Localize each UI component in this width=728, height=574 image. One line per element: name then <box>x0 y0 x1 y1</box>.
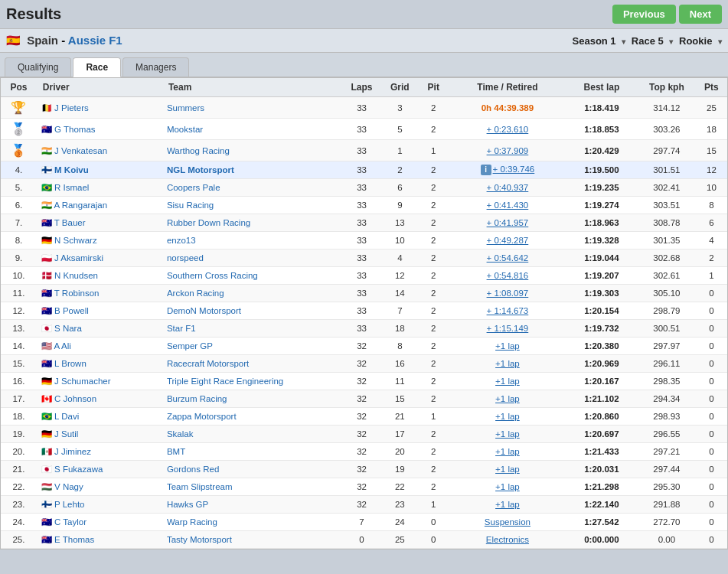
pit-cell: 2 <box>418 320 449 338</box>
team-name[interactable]: NGL Motorsport <box>167 165 234 174</box>
next-button[interactable]: Next <box>679 5 722 24</box>
driver-name[interactable]: 🇵🇱 J Aksamirski <box>41 253 103 263</box>
race-time[interactable]: +1 lap <box>495 465 520 474</box>
pts-cell: 0 <box>696 461 727 478</box>
grid-cell: 9 <box>382 197 418 214</box>
driver-name[interactable]: 🇲🇽 J Jiminez <box>41 447 91 456</box>
race-time[interactable]: +1 lap <box>495 447 520 456</box>
pit-cell: 2 <box>418 97 449 119</box>
team-name[interactable]: Sisu Racing <box>167 201 214 210</box>
driver-name[interactable]: 🇮🇳 A Rangarajan <box>41 201 107 210</box>
driver-name[interactable]: 🇦🇺 T Bauer <box>41 218 86 227</box>
pos-cell: 23. <box>1 496 37 514</box>
race-time[interactable]: +1 lap <box>495 429 520 439</box>
driver-name[interactable]: 🇦🇺 B Powell <box>41 306 89 315</box>
race-time[interactable]: + 0:41.430 <box>487 201 529 210</box>
team-name[interactable]: Burzum Racing <box>167 394 227 403</box>
driver-name[interactable]: 🇩🇪 N Schwarz <box>41 236 97 245</box>
race-time[interactable]: Electronics <box>486 535 529 544</box>
team-cell: Southern Cross Racing <box>162 267 341 285</box>
race-time[interactable]: + 0:23.610 <box>487 125 529 134</box>
team-name[interactable]: Team Slipstream <box>167 482 233 491</box>
driver-name[interactable]: 🇭🇺 V Nagy <box>41 482 83 491</box>
driver-name[interactable]: 🇧🇷 L Davi <box>41 412 79 421</box>
driver-name[interactable]: 🇫🇮 M Koivu <box>41 165 89 174</box>
team-name[interactable]: Skalak <box>167 429 194 439</box>
team-name[interactable]: Warp Racing <box>167 517 217 527</box>
team-name[interactable]: Racecraft Motorsport <box>167 359 249 368</box>
driver-name[interactable]: 🇧🇪 J Pieters <box>41 103 89 113</box>
race-time[interactable]: + 0:54.642 <box>487 253 529 263</box>
previous-button[interactable]: Previous <box>612 5 676 24</box>
team-name[interactable]: Southern Cross Racing <box>167 271 258 280</box>
team-name[interactable]: Triple Eight Race Engineering <box>167 377 283 386</box>
pit-cell: 1 <box>418 140 449 161</box>
driver-name[interactable]: 🇦🇺 E Thomas <box>41 535 94 544</box>
team-name[interactable]: Coopers Pale <box>167 183 220 192</box>
team-name[interactable]: Arckon Racing <box>167 289 224 298</box>
race-time[interactable]: + 1:14.673 <box>487 306 529 315</box>
team-name[interactable]: Mookstar <box>167 125 203 134</box>
team-name[interactable]: Star F1 <box>167 324 196 333</box>
team-name[interactable]: Hawks GP <box>167 500 208 509</box>
race-time[interactable]: + 0:40.937 <box>487 183 529 192</box>
race-time[interactable]: +1 lap <box>495 377 520 386</box>
race-time[interactable]: Suspension <box>485 517 530 527</box>
race-time[interactable]: + 1:15.149 <box>487 324 529 333</box>
driver-name[interactable]: 🇧🇷 R Ismael <box>41 183 90 192</box>
driver-name[interactable]: 🇦🇺 C Taylor <box>41 517 87 527</box>
pit-cell: 2 <box>418 285 449 302</box>
best-lap-cell: 1:19.044 <box>566 249 638 267</box>
race-time[interactable]: + 1:08.097 <box>487 289 529 298</box>
team-name[interactable]: Gordons Red <box>167 465 219 474</box>
team-name[interactable]: Rubber Down Racing <box>167 218 250 227</box>
table-row: 🏆 🇧🇪 J Pieters Summers 33 3 2 0h 44:39.3… <box>1 97 727 119</box>
driver-name[interactable]: 🇩🇪 J Sutil <box>41 429 79 439</box>
team-name[interactable]: Zappa Motorsport <box>167 412 237 421</box>
driver-name[interactable]: 🇫🇮 P Lehto <box>41 500 85 509</box>
race-time[interactable]: + 0:41.957 <box>487 218 529 227</box>
driver-name[interactable]: 🇦🇺 T Robinson <box>41 289 100 298</box>
race-time[interactable]: +1 lap <box>495 482 520 491</box>
team-name[interactable]: Semper GP <box>167 341 213 351</box>
driver-name[interactable]: 🇩🇪 J Schumacher <box>41 377 111 386</box>
driver-name[interactable]: 🇯🇵 S Fukazawa <box>41 465 103 474</box>
race-time[interactable]: + 0:54.816 <box>487 271 529 280</box>
driver-cell: 🇦🇺 T Robinson <box>37 285 162 302</box>
laps-cell: 32 <box>341 355 382 373</box>
class-label[interactable]: Rookie <box>679 35 712 47</box>
race-time[interactable]: + 0:39.746 <box>493 165 535 174</box>
race-time[interactable]: +1 lap <box>495 412 520 421</box>
team-name[interactable]: Summers <box>167 103 204 113</box>
tab-managers[interactable]: Managers <box>122 57 189 77</box>
team-name[interactable]: BMT <box>167 447 185 456</box>
race-time[interactable]: +1 lap <box>495 500 520 509</box>
driver-name[interactable]: 🇨🇦 C Johnson <box>41 394 96 403</box>
season-label[interactable]: Season 1 <box>573 35 616 47</box>
race-time[interactable]: +1 lap <box>495 359 520 368</box>
driver-name[interactable]: 🇮🇳 J Venkatesan <box>41 146 107 155</box>
driver-name[interactable]: 🇩🇰 N Knudsen <box>41 271 98 280</box>
tab-qualifying[interactable]: Qualifying <box>5 57 71 77</box>
team-name[interactable]: norspeed <box>167 253 204 263</box>
race-time[interactable]: +1 lap <box>495 394 520 403</box>
team-name[interactable]: DemoN Motorsport <box>167 306 241 315</box>
team-name[interactable]: Warthog Racing <box>167 146 230 155</box>
driver-name[interactable]: 🇺🇸 A Ali <box>41 341 71 351</box>
top-kph-cell: 305.10 <box>638 285 696 302</box>
top-kph-cell: 298.79 <box>638 302 696 320</box>
col-best-lap: Best lap <box>566 78 638 97</box>
pos-cell: 5. <box>1 179 37 197</box>
race-label[interactable]: Race 5 <box>632 35 664 47</box>
pos-cell: 🥈 <box>1 119 37 140</box>
driver-name[interactable]: 🇯🇵 S Nara <box>41 324 82 333</box>
grid-cell: 11 <box>382 373 418 390</box>
tab-race[interactable]: Race <box>73 57 121 77</box>
driver-name[interactable]: 🇦🇺 L Brown <box>41 359 87 368</box>
race-time[interactable]: +1 lap <box>495 341 520 351</box>
race-time[interactable]: + 0:49.287 <box>487 236 529 245</box>
driver-name[interactable]: 🇦🇺 G Thomas <box>41 125 96 134</box>
team-name[interactable]: Tasty Motorsport <box>167 535 232 544</box>
race-time[interactable]: + 0:37.909 <box>487 146 529 155</box>
team-name[interactable]: enzo13 <box>167 236 196 245</box>
